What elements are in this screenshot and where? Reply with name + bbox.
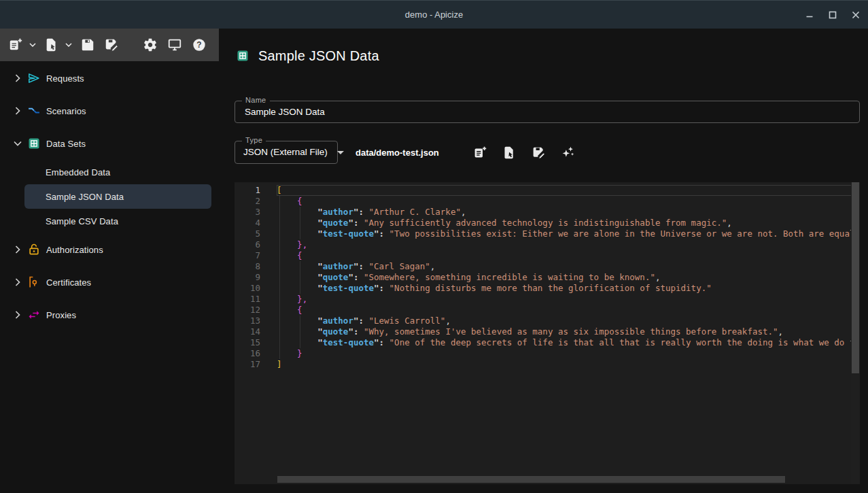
main-panel: Sample JSON Data Name Sample JSON Data T… xyxy=(219,29,868,493)
data-set-icon xyxy=(236,49,249,63)
toolbar: ? xyxy=(0,29,219,61)
code-line[interactable]: { xyxy=(277,250,860,261)
save-data-file-as-button[interactable] xyxy=(532,145,546,160)
minimize-icon xyxy=(805,10,814,20)
chevron-right-icon[interactable] xyxy=(11,243,24,256)
close-button[interactable] xyxy=(847,7,864,24)
code-line[interactable]: }, xyxy=(277,294,860,305)
sparkles-icon xyxy=(561,146,575,160)
settings-gear-icon xyxy=(143,37,158,52)
code-line[interactable]: "test-quote": "One of the deep secrets o… xyxy=(277,337,860,348)
file-actions xyxy=(473,145,575,160)
code-line[interactable]: }, xyxy=(277,239,860,250)
dropdown-caret-icon xyxy=(337,151,344,154)
sidebar-item-label: Scenarios xyxy=(46,106,86,116)
name-field[interactable]: Name Sample JSON Data xyxy=(235,101,860,123)
editor-horizontal-scrollbar[interactable] xyxy=(235,476,851,483)
code-line[interactable]: "quote": "Why, sometimes I've believed a… xyxy=(277,326,860,337)
code-line[interactable]: "test-quote": "Nothing disturbs me more … xyxy=(277,283,860,294)
display-icon xyxy=(167,37,182,52)
sidebar-item-label: Sample JSON Data xyxy=(46,192,124,202)
page-header: Sample JSON Data xyxy=(236,45,379,67)
editor-code[interactable]: [ { "author": "Arthur C. Clarke", "quote… xyxy=(272,182,860,484)
code-line[interactable]: "author": "Lewis Carroll", xyxy=(277,316,860,326)
sidebar-item-label: Authorizations xyxy=(46,245,103,255)
vertical-scrollbar-thumb[interactable] xyxy=(852,182,859,373)
type-select-value: JSON (External File) xyxy=(235,141,336,163)
save-workbook-as-button[interactable] xyxy=(104,37,119,53)
chevron-right-icon[interactable] xyxy=(11,104,24,118)
chevron-down-icon xyxy=(27,39,38,50)
type-row: Type JSON (External File) data/demo-test… xyxy=(235,141,860,164)
certificates-icon xyxy=(27,275,41,289)
sidebar-item-scenarios[interactable]: Scenarios xyxy=(0,95,219,127)
sidebar-item-certificates[interactable]: Certificates xyxy=(0,266,219,299)
open-data-file-button[interactable] xyxy=(502,145,517,160)
code-line[interactable]: ] xyxy=(277,359,860,370)
sidebar-item-embedded-data[interactable]: Embedded Data xyxy=(24,160,211,184)
chevron-right-icon[interactable] xyxy=(11,275,24,289)
help-button[interactable]: ? xyxy=(192,37,207,53)
code-line[interactable]: "author": "Arthur C. Clarke", xyxy=(277,207,860,218)
horizontal-scrollbar-thumb[interactable] xyxy=(277,476,785,483)
chevron-down-icon[interactable] xyxy=(11,137,24,150)
code-line[interactable]: "author": "Carl Sagan", xyxy=(277,261,860,272)
chevron-right-icon[interactable] xyxy=(11,71,24,85)
minimize-button[interactable] xyxy=(801,7,818,24)
code-line[interactable]: "quote": "Somewhere, something incredibl… xyxy=(277,272,860,283)
type-select-label: Type xyxy=(242,136,266,144)
sidebar-item-label: Requests xyxy=(46,73,84,84)
code-editor[interactable]: 1234567891011121314151617 [ { "author": … xyxy=(235,182,860,484)
name-field-value[interactable]: Sample JSON Data xyxy=(235,101,859,122)
open-workbook-menu-button[interactable] xyxy=(61,37,76,53)
code-line[interactable]: { xyxy=(277,305,860,316)
scenarios-icon xyxy=(27,104,41,118)
sidebar-item-sample-json-data[interactable]: Sample JSON Data xyxy=(24,184,211,209)
sidebar: Requests Scenarios xyxy=(0,61,219,493)
code-line[interactable]: { xyxy=(277,196,860,207)
name-field-label: Name xyxy=(242,96,270,104)
chevron-down-icon xyxy=(63,39,74,50)
close-icon xyxy=(851,10,861,20)
maximize-icon xyxy=(828,10,837,20)
sidebar-item-label: Certificates xyxy=(46,277,91,288)
chevron-right-icon[interactable] xyxy=(11,308,24,322)
editor-vertical-scrollbar[interactable] xyxy=(851,182,860,484)
new-workbook-button[interactable] xyxy=(8,37,23,53)
open-workbook-icon xyxy=(44,37,59,52)
new-workbook-icon xyxy=(8,37,23,52)
open-data-file-icon xyxy=(502,146,517,160)
type-select[interactable]: Type JSON (External File) xyxy=(235,141,338,164)
save-data-file-as-icon xyxy=(532,146,546,160)
sidebar-item-requests[interactable]: Requests xyxy=(0,62,219,95)
new-data-file-icon xyxy=(473,146,487,160)
sidebar-item-data-sets[interactable]: Data Sets xyxy=(0,127,219,160)
code-line[interactable]: "quote": "Any sufficiently advanced tech… xyxy=(277,218,860,228)
data-sets-icon xyxy=(27,137,41,150)
save-workbook-as-icon xyxy=(104,37,119,52)
new-data-file-button[interactable] xyxy=(473,145,487,160)
save-workbook-icon xyxy=(80,37,95,52)
editor-gutter: 1234567891011121314151617 xyxy=(235,182,272,484)
save-workbook-button[interactable] xyxy=(80,37,95,53)
open-workbook-button[interactable] xyxy=(44,37,59,53)
code-line[interactable]: [ xyxy=(277,185,860,196)
page-title: Sample JSON Data xyxy=(258,48,379,64)
code-line[interactable]: } xyxy=(277,348,860,359)
maximize-button[interactable] xyxy=(824,7,841,24)
sidebar-item-proxies[interactable]: Proxies xyxy=(0,299,219,331)
requests-icon xyxy=(27,71,41,85)
proxies-icon xyxy=(27,308,41,322)
sidebar-item-sample-csv-data[interactable]: Sample CSV Data xyxy=(24,209,211,233)
app-window: demo - Apicize xyxy=(0,0,868,493)
display-settings-button[interactable] xyxy=(167,37,182,53)
titlebar: demo - Apicize xyxy=(0,0,868,29)
sidebar-item-authorizations[interactable]: Authorizations xyxy=(0,233,219,266)
sidebar-item-label: Sample CSV Data xyxy=(46,216,118,226)
code-line[interactable]: "test-quote": "Two possibilities exist: … xyxy=(277,228,860,239)
settings-button[interactable] xyxy=(143,37,158,53)
ai-generate-button[interactable] xyxy=(561,145,575,160)
file-path: data/demo-test.json xyxy=(355,148,439,158)
new-workbook-menu-button[interactable] xyxy=(25,37,40,53)
authorizations-icon xyxy=(27,243,41,256)
